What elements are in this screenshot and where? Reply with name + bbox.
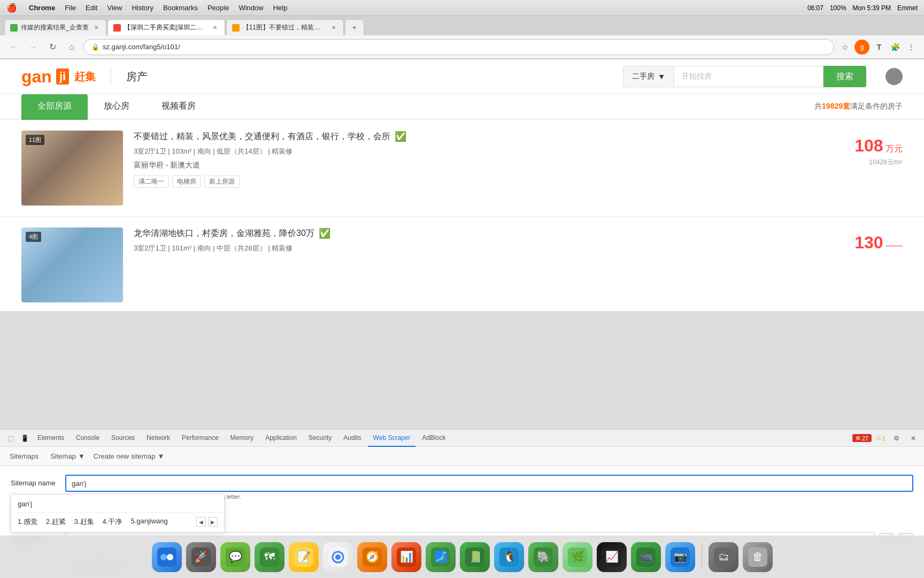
dt-tab-application[interactable]: Application: [260, 430, 302, 447]
menubar-edit[interactable]: Edit: [86, 4, 97, 12]
ac-item-5[interactable]: 5.ganjiwang: [130, 517, 167, 527]
dock-maps-icon[interactable]: 🗺: [255, 542, 284, 572]
ws-nav-sitemaps[interactable]: Sitemaps: [6, 447, 42, 466]
dt-tab-adblock[interactable]: AdBlock: [417, 430, 451, 447]
tab-trusted[interactable]: 放心房: [88, 94, 145, 120]
dock-qq-icon[interactable]: 🐧: [494, 542, 524, 572]
menubar-window[interactable]: Window: [238, 4, 263, 12]
menubar-file[interactable]: File: [65, 4, 76, 12]
dock-numbers-icon[interactable]: 📗: [460, 542, 490, 572]
tab-close-2[interactable]: ✕: [211, 24, 219, 32]
devtools-close-button[interactable]: ✕: [907, 432, 920, 445]
svg-text:🗑: 🗑: [752, 551, 763, 562]
back-button[interactable]: ←: [6, 40, 21, 55]
nav-icons-right: ☆ g T 🧩 ⋮: [838, 40, 918, 55]
dock-safari-icon[interactable]: 🧭: [357, 542, 387, 572]
svg-text:📊: 📊: [399, 550, 413, 563]
bookmark-star-icon[interactable]: ☆: [838, 41, 851, 54]
sitemap-name-content: Only letters, numbers and - _ / are allo…: [65, 475, 913, 500]
dt-tab-performance[interactable]: Performance: [176, 430, 224, 447]
dt-tab-elements[interactable]: Elements: [32, 430, 70, 447]
search-type-selector[interactable]: 二手房 ▼: [623, 66, 674, 87]
t-icon[interactable]: T: [873, 41, 886, 54]
ac-input-display: gan'j: [11, 498, 224, 513]
menubar-chrome[interactable]: Chrome: [29, 4, 55, 12]
ac-item-4[interactable]: 4.干净: [103, 517, 122, 527]
url-bar[interactable]: 🔒 sz.ganji.com/fang5/o101/: [83, 39, 834, 55]
svg-text:📗: 📗: [468, 550, 481, 563]
price-per-1: 10428元/m²: [854, 158, 903, 167]
devtools-settings-button[interactable]: ⚙: [890, 432, 903, 445]
menubar-bookmarks[interactable]: Bookmarks: [163, 4, 198, 12]
dock-activity-icon[interactable]: 📈: [597, 542, 627, 572]
dock: 🚀 💬 🗺 📝 🧭 📊 🗾 📗 🐧 🐘 🌿 📈 📹 📷 🗂: [0, 535, 924, 578]
home-button[interactable]: ⌂: [64, 40, 79, 55]
svg-text:🚀: 🚀: [194, 550, 207, 563]
menubar-history[interactable]: History: [132, 4, 153, 12]
ac-prev-arrow[interactable]: ◀: [196, 517, 206, 527]
ac-item-2[interactable]: 2.赶紧: [46, 517, 66, 527]
dock-notes-icon[interactable]: 📝: [289, 542, 319, 572]
apple-menu[interactable]: 🍎: [6, 3, 17, 13]
dt-tab-audits[interactable]: Audits: [338, 430, 366, 447]
forward-button[interactable]: →: [26, 40, 41, 55]
listing-item-1[interactable]: 11图 不要错过，精装，风景优美，交通便利，有酒店，银行，学校，会所 ✅ 3室2…: [0, 120, 924, 217]
dock-keynote-icon[interactable]: 📊: [391, 542, 421, 572]
menu-icon[interactable]: ⋮: [905, 41, 918, 54]
dt-tab-memory[interactable]: Memory: [225, 430, 259, 447]
ganji-icon[interactable]: g: [854, 40, 869, 55]
dt-tab-network[interactable]: Network: [141, 430, 175, 447]
listing-item-2[interactable]: 4图 龙华清湖地铁口，村委房，金湖雅苑，降价30万 ✅ 3室2厅1卫 | 101…: [0, 217, 924, 311]
extension-icon[interactable]: [886, 68, 903, 85]
tab-2[interactable]: 【深圳二手房买卖|深圳二手房... ✕: [107, 19, 225, 35]
menubar-time: 06:07: [807, 4, 823, 12]
tab-bar: 传媒的搜索结果_企查查 ✕ 【深圳二手房买卖|深圳二手房... ✕ 【11图】不…: [0, 16, 924, 35]
dock-finder-icon[interactable]: [152, 542, 182, 572]
tab-video[interactable]: 视频看房: [145, 94, 212, 120]
ws-create-sitemap-label: Create new sitemap: [94, 452, 156, 460]
dock-trash-icon[interactable]: 🗑: [743, 542, 773, 572]
tab-favicon-2: [113, 24, 121, 32]
svg-text:🗂: 🗂: [718, 551, 729, 562]
dock-evernote-icon[interactable]: 🐘: [528, 542, 558, 572]
search-button[interactable]: 搜索: [823, 66, 866, 87]
dt-tab-webscraper[interactable]: Web Scraper: [368, 430, 416, 447]
dt-tab-sources[interactable]: Sources: [106, 430, 140, 447]
dock-launchpad-icon[interactable]: 🚀: [186, 542, 216, 572]
devtools-device-button[interactable]: 📱: [18, 432, 31, 445]
verified-icon-1: ✅: [395, 131, 406, 142]
dock-finder2-icon[interactable]: 🗂: [709, 542, 738, 572]
ac-item-1[interactable]: 1.感觉: [18, 517, 37, 527]
refresh-button[interactable]: ↻: [45, 40, 60, 55]
tab-close-3[interactable]: ✕: [329, 24, 338, 32]
dt-tab-console[interactable]: Console: [71, 430, 105, 447]
extensions-icon[interactable]: 🧩: [889, 41, 902, 54]
tab-1[interactable]: 传媒的搜索结果_企查查 ✕: [4, 19, 106, 35]
ac-item-3[interactable]: 3.赶集: [74, 517, 94, 527]
dock-wechat-icon[interactable]: 💬: [220, 542, 250, 572]
menubar-view[interactable]: View: [107, 4, 122, 12]
dock-sticker-icon[interactable]: 🌿: [563, 542, 592, 572]
dock-facetime-icon[interactable]: 📹: [631, 542, 661, 572]
logo-highlight: ji: [56, 69, 69, 85]
ws-nav-sitemap-dropdown[interactable]: Sitemap ▼: [50, 452, 85, 460]
autocomplete-dropdown: gan'j 1.感觉 2.赶紧 3.赶集 4.干净 5.ganjiwang ◀ …: [11, 494, 225, 533]
ac-next-arrow[interactable]: ▶: [208, 517, 218, 527]
tab-close-1[interactable]: ✕: [92, 24, 101, 32]
dock-chrome-icon[interactable]: [323, 542, 353, 572]
tab-3[interactable]: 【11图】不要错过，精装，风景... ✕: [226, 19, 344, 35]
search-input-field[interactable]: 开始找房: [674, 66, 823, 87]
listing-img-badge-1: 11图: [26, 135, 44, 145]
dt-tab-security[interactable]: Security: [303, 430, 337, 447]
svg-point-1: [160, 554, 167, 560]
ws-nav-create-sitemap-dropdown[interactable]: Create new sitemap ▼: [94, 452, 165, 460]
tab-all-listings[interactable]: 全部房源: [21, 94, 88, 120]
devtools-inspect-button[interactable]: ⬚: [4, 432, 17, 445]
sitemap-name-input[interactable]: [65, 475, 913, 492]
menubar-people[interactable]: People: [207, 4, 229, 12]
dock-photos-icon[interactable]: 📷: [665, 542, 695, 572]
menubar-help[interactable]: Help: [273, 4, 288, 12]
dock-maps2-icon[interactable]: 🗾: [426, 542, 456, 572]
new-tab-button[interactable]: +: [345, 19, 364, 35]
svg-text:💬: 💬: [228, 550, 242, 563]
